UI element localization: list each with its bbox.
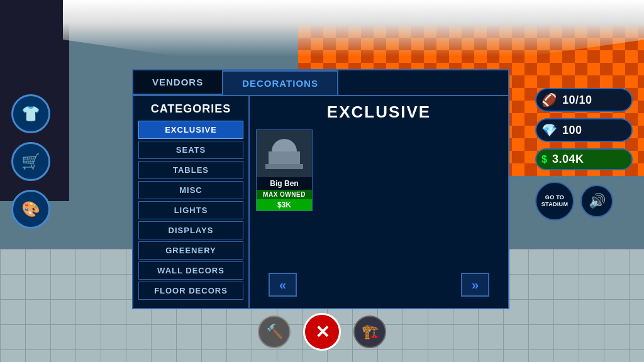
hud-football-bar: 🏈 10/10 bbox=[535, 88, 633, 112]
item-card-big-ben[interactable]: Big Ben MAX OWNED $3K bbox=[256, 129, 313, 211]
category-displays[interactable]: DISPLAYS bbox=[138, 221, 243, 239]
tab-decorations[interactable]: DECORATIONS bbox=[222, 70, 338, 95]
item-big-ben-price: $3K bbox=[257, 199, 312, 211]
hud-bottom-row: GO TOSTADIUM 🔊 bbox=[535, 182, 633, 221]
sound-button[interactable]: 🔊 bbox=[580, 185, 613, 217]
cart-icon: 🛒 bbox=[21, 153, 40, 170]
money-icon: $ bbox=[541, 154, 547, 165]
content-section-title: EXCLUSIVE bbox=[256, 102, 502, 122]
category-misc[interactable]: MISC bbox=[138, 181, 243, 199]
item-big-ben-name: Big Ben bbox=[257, 177, 312, 190]
category-exclusive[interactable]: EXCLUSIVE bbox=[138, 121, 243, 139]
football-value: 10/10 bbox=[562, 94, 592, 107]
category-greenery[interactable]: GREENERY bbox=[138, 241, 243, 260]
bottom-toolbar: 🔨 ✕ 🏗️ bbox=[258, 313, 386, 351]
next-page-button[interactable]: » bbox=[461, 273, 489, 297]
sound-icon: 🔊 bbox=[589, 193, 606, 209]
build-icon: 🏗️ bbox=[362, 324, 379, 340]
content-area: EXCLUSIVE Big Ben MAX OWNED $3K bbox=[250, 96, 508, 308]
category-wall-decors[interactable]: WALL DECORS bbox=[138, 261, 243, 280]
main-panel: VENDORS DECORATIONS CATEGORIES EXCLUSIVE… bbox=[132, 69, 509, 309]
items-grid: Big Ben MAX OWNED $3K bbox=[256, 129, 502, 211]
item-big-ben-image bbox=[256, 130, 313, 177]
hammer-icon: 🔨 bbox=[266, 324, 283, 340]
categories-column: CATEGORIES EXCLUSIVE SEATS TABLES MISC L… bbox=[133, 96, 250, 308]
hammer-tool-button[interactable]: 🔨 bbox=[258, 315, 291, 348]
category-seats[interactable]: SEATS bbox=[138, 141, 243, 159]
navigation-arrows: « » bbox=[256, 268, 502, 302]
go-stadium-label: GO TOSTADIUM bbox=[541, 194, 568, 208]
diamond-icon: 💎 bbox=[541, 123, 557, 138]
right-hud: 🏈 10/10 💎 100 $ 3.04K GO TOSTADIUM 🔊 bbox=[535, 88, 633, 221]
left-sidebar: 👕 🛒 🎨 bbox=[11, 94, 50, 229]
category-lights[interactable]: LIGHTS bbox=[138, 201, 243, 219]
sidebar-cart-button[interactable]: 🛒 bbox=[11, 142, 50, 181]
panel-body: CATEGORIES EXCLUSIVE SEATS TABLES MISC L… bbox=[133, 95, 508, 308]
categories-title: CATEGORIES bbox=[138, 102, 243, 116]
diamond-value: 100 bbox=[562, 124, 582, 137]
prev-page-button[interactable]: « bbox=[269, 273, 297, 297]
item-big-ben-owned-badge: MAX OWNED bbox=[257, 190, 312, 199]
football-icon: 🏈 bbox=[541, 92, 557, 107]
hud-diamond-bar: 💎 100 bbox=[535, 118, 633, 142]
background-ceiling bbox=[63, 0, 644, 57]
close-icon: ✕ bbox=[315, 322, 330, 343]
build-tool-button[interactable]: 🏗️ bbox=[353, 315, 386, 348]
close-button[interactable]: ✕ bbox=[303, 313, 341, 351]
sidebar-paint-button[interactable]: 🎨 bbox=[11, 190, 50, 229]
shirt-icon: 👕 bbox=[21, 105, 40, 123]
go-to-stadium-button[interactable]: GO TOSTADIUM bbox=[535, 182, 574, 221]
sidebar-shirt-button[interactable]: 👕 bbox=[11, 94, 50, 133]
category-tables[interactable]: TABLES bbox=[138, 161, 243, 179]
paint-icon: 🎨 bbox=[21, 200, 40, 218]
category-floor-decors[interactable]: FLOOR DECORS bbox=[138, 282, 243, 300]
tabs-row: VENDORS DECORATIONS bbox=[133, 70, 508, 95]
hud-money-bar: $ 3.04K bbox=[535, 148, 633, 170]
tab-vendors[interactable]: VENDORS bbox=[133, 70, 222, 95]
dome-decoration-icon bbox=[265, 139, 303, 169]
money-value: 3.04K bbox=[552, 153, 584, 166]
